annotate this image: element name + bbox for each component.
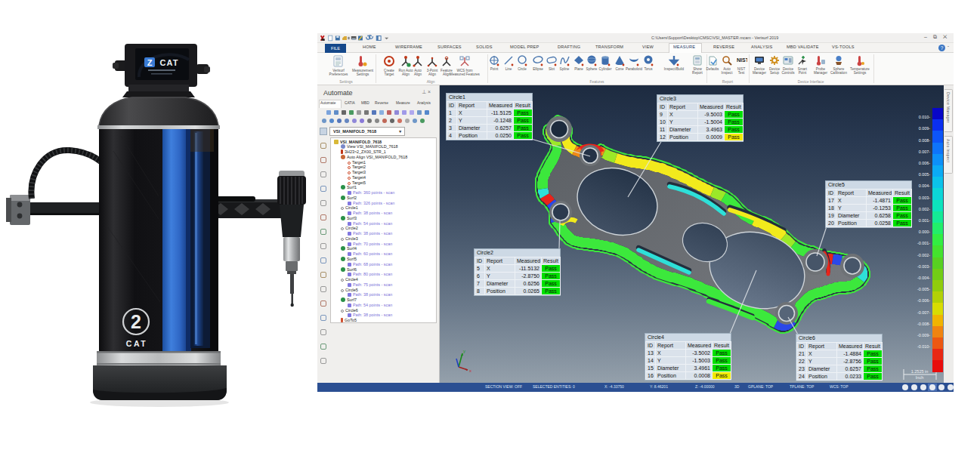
svg-text:y: y (463, 349, 465, 353)
svg-text:CAT: CAT (126, 339, 147, 348)
svg-text:CAT: CAT (160, 58, 179, 67)
svg-text:x: x (469, 368, 471, 373)
svg-text:2: 2 (131, 311, 141, 332)
svg-text:NIST: NIST (737, 57, 747, 63)
svg-text:Inch: Inch (916, 375, 923, 380)
svg-text:1.2525 in: 1.2525 in (911, 369, 929, 374)
svg-text:Z: Z (147, 58, 153, 67)
